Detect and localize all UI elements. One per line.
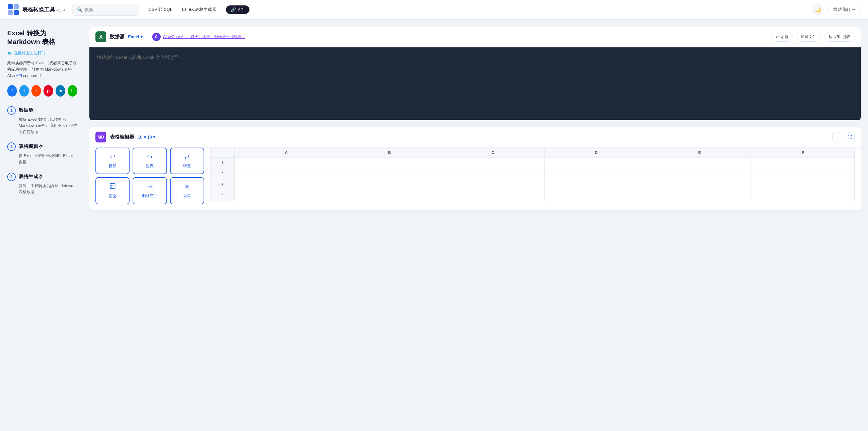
- search-input[interactable]: [85, 7, 134, 12]
- cell-input[interactable]: [548, 172, 644, 176]
- cell-input[interactable]: [342, 183, 437, 187]
- sidebar-description: 此转换器用于将 Excel（或者其它电子表格应用程序） 转换为 Markdown…: [7, 60, 77, 79]
- cell[interactable]: [648, 190, 751, 201]
- cell[interactable]: [648, 158, 751, 168]
- col-b: B: [338, 148, 441, 158]
- excel-select[interactable]: Excel ▾: [128, 34, 143, 39]
- cell-input[interactable]: [445, 194, 540, 198]
- cell[interactable]: [235, 158, 338, 168]
- cell[interactable]: [441, 179, 545, 190]
- expand-icon: [847, 135, 852, 139]
- cell[interactable]: [648, 179, 751, 190]
- cell[interactable]: [751, 179, 855, 190]
- cell-input[interactable]: [342, 194, 437, 198]
- col-a: A: [235, 148, 338, 158]
- cell-input[interactable]: [755, 194, 851, 198]
- cell-input[interactable]: [238, 194, 334, 198]
- cell[interactable]: [545, 158, 648, 168]
- cell[interactable]: [235, 179, 338, 190]
- excel-icon: X: [95, 31, 106, 42]
- expand-button[interactable]: [845, 132, 855, 142]
- twitter-link[interactable]: 🐦 在推特上关注我们: [7, 51, 77, 56]
- social-reddit[interactable]: r: [31, 85, 41, 97]
- svg-rect-0: [8, 4, 13, 9]
- cell[interactable]: [235, 168, 338, 179]
- cell-input[interactable]: [548, 183, 644, 187]
- social-linkedin[interactable]: in: [56, 85, 65, 97]
- refresh-icon: ↻: [776, 35, 779, 39]
- from-url-button[interactable]: 从 URL 提取: [824, 32, 855, 42]
- row-number: 4: [211, 190, 235, 201]
- cell[interactable]: [235, 190, 338, 201]
- cell-input[interactable]: [652, 194, 747, 198]
- col-f: F: [751, 148, 855, 158]
- step-2-title: 表格编辑器: [19, 143, 43, 150]
- cell-input[interactable]: [652, 172, 747, 176]
- api-button[interactable]: 🔗 API: [226, 5, 249, 14]
- cell-input[interactable]: [238, 183, 334, 187]
- corner-cell: [211, 148, 235, 158]
- cell-input[interactable]: [445, 183, 540, 187]
- cell-input[interactable]: [342, 172, 437, 176]
- cell-input[interactable]: [755, 172, 851, 176]
- cell-input[interactable]: [238, 161, 334, 165]
- editor-actions: −: [832, 132, 855, 142]
- cell[interactable]: [751, 158, 855, 168]
- clear-button[interactable]: 清空: [95, 177, 130, 204]
- redo-button[interactable]: ↪ 重做: [132, 147, 167, 174]
- cell[interactable]: [338, 158, 441, 168]
- step-2-circle: 2: [7, 142, 16, 151]
- app-version: v2.6.4: [56, 8, 65, 12]
- clawchat-link[interactable]: C ClawChat AI — 聊天、绘图、创作音乐和视频...: [152, 33, 245, 41]
- social-pinterest[interactable]: p: [43, 85, 53, 97]
- example-button[interactable]: ↻ 示例: [771, 32, 793, 42]
- excel-textarea[interactable]: [89, 47, 861, 120]
- clear-icon: [109, 183, 116, 191]
- nav-latex[interactable]: LaTeX 表格生成器: [182, 7, 217, 12]
- editor-body: ↩ 撤销 ↪ 重做 ⇄ 转置: [89, 147, 861, 210]
- cell[interactable]: [545, 179, 648, 190]
- deduplicate-button[interactable]: ✕ 去重: [170, 177, 204, 204]
- social-facebook[interactable]: f: [7, 85, 17, 97]
- step-3-circle: 3: [7, 173, 16, 181]
- social-twitter[interactable]: t: [19, 85, 29, 97]
- cell[interactable]: [545, 190, 648, 201]
- minimize-button[interactable]: −: [832, 132, 842, 142]
- cell[interactable]: [338, 190, 441, 201]
- cell-input[interactable]: [548, 194, 644, 198]
- cell-input[interactable]: [445, 161, 540, 165]
- cell[interactable]: [751, 190, 855, 201]
- cell-input[interactable]: [652, 183, 747, 187]
- nav-csv-sql[interactable]: CSV 转 SQL: [149, 7, 173, 12]
- cell-input[interactable]: [755, 161, 851, 165]
- cell-input[interactable]: [342, 161, 437, 165]
- cell[interactable]: [441, 168, 545, 179]
- cell[interactable]: [545, 168, 648, 179]
- search-box[interactable]: 🔍: [72, 4, 139, 16]
- twitter-icon: 🐦: [7, 51, 12, 56]
- cell-input[interactable]: [755, 183, 851, 187]
- cell-input[interactable]: [238, 172, 334, 176]
- load-file-button[interactable]: 加载文件: [796, 32, 821, 42]
- undo-button[interactable]: ↩ 撤销: [95, 147, 130, 174]
- cell-input[interactable]: [548, 161, 644, 165]
- cell-input[interactable]: [652, 161, 747, 165]
- remove-whitespace-button[interactable]: ⇥ 删除空白: [132, 177, 167, 204]
- transpose-button[interactable]: ⇄ 转置: [170, 147, 204, 174]
- cell[interactable]: [648, 168, 751, 179]
- support-button[interactable]: 赞助我们 →: [828, 5, 861, 14]
- row-number: 1: [211, 158, 235, 168]
- grid-size-select[interactable]: 10 × 10 ▾: [138, 135, 155, 139]
- cell-input[interactable]: [445, 172, 540, 176]
- cell[interactable]: [441, 158, 545, 168]
- col-c: C: [441, 148, 545, 158]
- sidebar-title: Excel 转换为 Markdown 表格: [7, 29, 77, 46]
- cell[interactable]: [338, 168, 441, 179]
- table-editor-header: MD 表格编辑器 10 × 10 ▾ −: [89, 127, 861, 147]
- cell[interactable]: [441, 190, 545, 201]
- cell[interactable]: [338, 179, 441, 190]
- cell[interactable]: [751, 168, 855, 179]
- social-line[interactable]: L: [68, 85, 77, 97]
- step-1: 1 数据源 准备 Excel 数据，以转换为 Markdown 表格。我们不会存…: [7, 106, 77, 135]
- dark-mode-button[interactable]: 🌙: [812, 4, 823, 15]
